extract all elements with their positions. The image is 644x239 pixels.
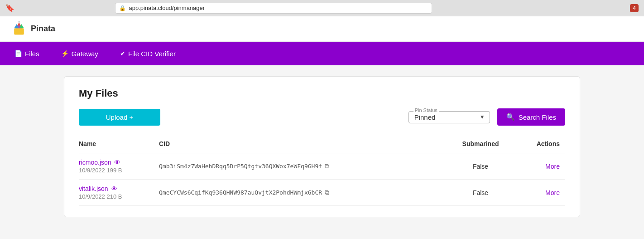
logo-area: Pinata — [11, 21, 55, 37]
nav-bar: 📄 Files ⚡ Gateway ✔ File CID Verifier — [0, 42, 644, 65]
more-actions-link[interactable]: More — [545, 189, 560, 196]
search-icon: 🔍 — [506, 113, 515, 121]
nav-files-label: Files — [25, 50, 39, 58]
file-meta: 10/9/2022 210 B — [79, 193, 154, 200]
pin-status-select-wrapper: Pin Status Pinned Unpinned All ▼ — [409, 111, 490, 123]
search-files-label: Search Files — [519, 113, 556, 121]
cid-value: Qmb3iSm4z7WaHehDRqq5DrP5Qtgtv36QXWox7eWF… — [159, 163, 322, 170]
nav-item-file-cid-verifier[interactable]: ✔ File CID Verifier — [116, 48, 179, 59]
file-name-link[interactable]: vitalik.json 👁 — [79, 185, 154, 192]
table-row: vitalik.json 👁 10/9/2022 210 B QmeCYCWs6… — [79, 180, 565, 206]
toolbar: Upload + Pin Status Pinned Unpinned All … — [79, 108, 565, 126]
col-header-name: Name — [79, 137, 159, 153]
page-title: My Files — [79, 88, 565, 99]
col-header-cid: CID — [159, 137, 448, 153]
file-meta: 10/9/2022 199 B — [79, 167, 154, 174]
gateway-nav-icon: ⚡ — [61, 50, 69, 57]
cid-cell: QmeCYCWs6CqifKq936QHNW987auQvjtX2PohdHWm… — [159, 189, 443, 196]
submarined-value: False — [473, 189, 488, 196]
file-name-link[interactable]: ricmoo.json 👁 — [79, 159, 154, 166]
eye-icon: 👁 — [111, 185, 117, 192]
col-header-actions: Actions — [518, 137, 565, 153]
svg-point-4 — [18, 25, 20, 27]
pinata-logo-icon — [11, 21, 27, 37]
file-name-text: vitalik.json — [79, 185, 108, 192]
copy-icon[interactable]: ⧉ — [325, 162, 329, 170]
nav-item-files[interactable]: 📄 Files — [11, 48, 43, 59]
nav-item-gateway[interactable]: ⚡ Gateway — [58, 48, 102, 59]
browser-extension-badge: 4 — [630, 4, 639, 12]
lock-icon: 🔒 — [119, 5, 126, 11]
table-body: ricmoo.json 👁 10/9/2022 199 B Qmb3iSm4z7… — [79, 153, 565, 206]
url-text: app.pinata.cloud/pinmanager — [129, 5, 205, 11]
files-nav-icon: 📄 — [14, 50, 22, 57]
cid-value: QmeCYCWs6CqifKq936QHNW987auQvjtX2PohdHWm… — [159, 189, 322, 196]
col-header-submarined: Submarined — [448, 137, 518, 153]
upload-button[interactable]: Upload + — [79, 109, 160, 126]
submarined-value: False — [473, 163, 488, 170]
app-header: Pinata — [0, 16, 644, 42]
copy-icon[interactable]: ⧉ — [325, 189, 329, 196]
pin-status-select[interactable]: Pinned Unpinned All — [414, 113, 484, 121]
cid-cell: Qmb3iSm4z7WaHehDRqq5DrP5Qtgtv36QXWox7eWF… — [159, 162, 443, 170]
nav-gateway-label: Gateway — [72, 50, 98, 58]
more-actions-link[interactable]: More — [545, 163, 560, 170]
bookmark-icon: 🔖 — [5, 4, 14, 12]
nav-verifier-label: File CID Verifier — [128, 50, 176, 58]
eye-icon: 👁 — [114, 159, 120, 166]
verifier-nav-icon: ✔ — [120, 50, 125, 57]
main-content: My Files Upload + Pin Status Pinned Unpi… — [64, 76, 580, 217]
pin-status-label: Pin Status — [413, 107, 439, 113]
browser-chrome: 🔖 🔒 app.pinata.cloud/pinmanager 4 — [0, 0, 644, 16]
table-row: ricmoo.json 👁 10/9/2022 199 B Qmb3iSm4z7… — [79, 153, 565, 180]
search-files-button[interactable]: 🔍 Search Files — [497, 108, 565, 126]
files-table: Name CID Submarined Actions ricmoo.json … — [79, 137, 565, 206]
file-name-text: ricmoo.json — [79, 159, 111, 166]
url-bar[interactable]: 🔒 app.pinata.cloud/pinmanager — [115, 3, 432, 14]
logo-text: Pinata — [31, 24, 55, 34]
table-header: Name CID Submarined Actions — [79, 137, 565, 153]
svg-rect-0 — [14, 28, 24, 34]
